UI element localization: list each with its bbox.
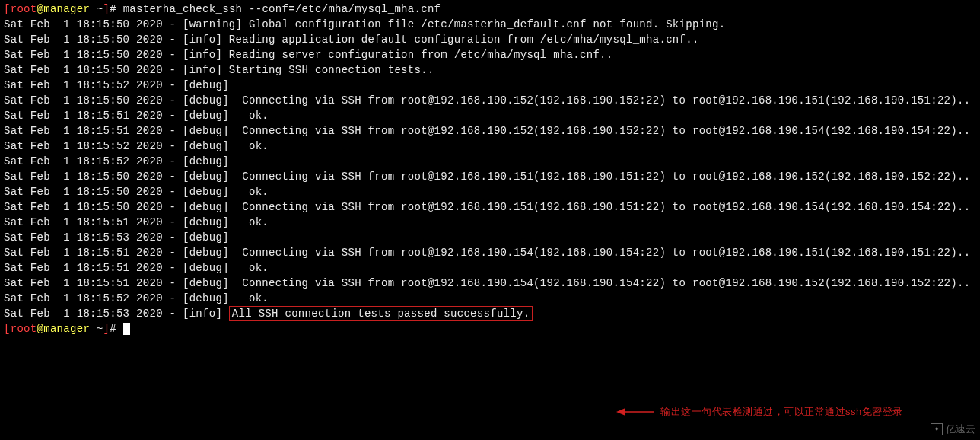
prompt-user: root: [11, 3, 37, 15]
annotation-text: 输出这一句代表检测通过，可以正常通过ssh免密登录: [660, 404, 903, 419]
watermark-text: 亿速云: [946, 422, 975, 437]
command-text: masterha_check_ssh --conf=/etc/mha/mysql…: [123, 3, 441, 15]
svg-marker-1: [616, 408, 625, 416]
output-line: Sat Feb 1 18:15:51 2020 - [debug] ok.: [4, 215, 976, 230]
shell-prompt[interactable]: [root@manager ~]# masterha_check_ssh --c…: [4, 2, 976, 17]
watermark-logo-icon: ✦: [931, 423, 943, 435]
output-line: Sat Feb 1 18:15:51 2020 - [debug] Connec…: [4, 123, 976, 139]
prompt-bracket: ]: [103, 3, 110, 15]
prompt-host: manager: [43, 323, 90, 335]
output-prefix: Sat Feb 1 18:15:53 2020 - [info]: [4, 308, 229, 320]
prompt-user: root: [11, 323, 37, 335]
prompt-bracket: [: [4, 323, 11, 335]
arrow-left-icon: [616, 407, 654, 417]
prompt-bracket: [: [4, 3, 11, 15]
output-line: Sat Feb 1 18:15:52 2020 - [debug]: [4, 154, 976, 169]
prompt-hash: #: [110, 3, 123, 15]
output-line: Sat Feb 1 18:15:50 2020 - [info] Startin…: [4, 62, 976, 78]
prompt-hash: #: [110, 323, 123, 335]
prompt-at: @: [37, 323, 44, 335]
output-line: Sat Feb 1 18:15:50 2020 - [debug] Connec…: [4, 93, 976, 108]
output-line: Sat Feb 1 18:15:52 2020 - [debug]: [4, 78, 976, 93]
output-line: Sat Feb 1 18:15:50 2020 - [warning] Glob…: [4, 17, 976, 32]
output-line: Sat Feb 1 18:15:51 2020 - [debug] ok.: [4, 260, 976, 276]
output-line: Sat Feb 1 18:15:51 2020 - [debug] Connec…: [4, 276, 976, 291]
output-line: Sat Feb 1 18:15:50 2020 - [info] Reading…: [4, 32, 976, 47]
success-highlight-box: All SSH connection tests passed successf…: [229, 306, 533, 321]
shell-prompt[interactable]: [root@manager ~]#: [4, 321, 976, 336]
prompt-path: ~: [90, 3, 103, 15]
output-line: Sat Feb 1 18:15:50 2020 - [debug] Connec…: [4, 199, 976, 215]
watermark: ✦ 亿速云: [931, 422, 975, 437]
output-line: Sat Feb 1 18:15:53 2020 - [debug]: [4, 230, 976, 245]
output-line: Sat Feb 1 18:15:50 2020 - [debug] ok.: [4, 184, 976, 199]
annotation-callout: 输出这一句代表检测通过，可以正常通过ssh免密登录: [616, 404, 980, 419]
output-line-success: Sat Feb 1 18:15:53 2020 - [info] All SSH…: [4, 306, 976, 321]
output-line: Sat Feb 1 18:15:51 2020 - [debug] Connec…: [4, 245, 976, 260]
terminal-output[interactable]: [root@manager ~]# masterha_check_ssh --c…: [4, 2, 976, 336]
prompt-host: manager: [43, 3, 90, 15]
output-line: Sat Feb 1 18:15:50 2020 - [info] Reading…: [4, 47, 976, 62]
prompt-bracket: ]: [103, 323, 110, 335]
output-line: Sat Feb 1 18:15:52 2020 - [debug] ok.: [4, 291, 976, 306]
output-line: Sat Feb 1 18:15:51 2020 - [debug] ok.: [4, 108, 976, 123]
prompt-at: @: [37, 3, 44, 15]
prompt-path: ~: [90, 323, 103, 335]
output-line: Sat Feb 1 18:15:50 2020 - [debug] Connec…: [4, 169, 976, 184]
output-line: Sat Feb 1 18:15:52 2020 - [debug] ok.: [4, 139, 976, 154]
cursor: [123, 323, 130, 335]
